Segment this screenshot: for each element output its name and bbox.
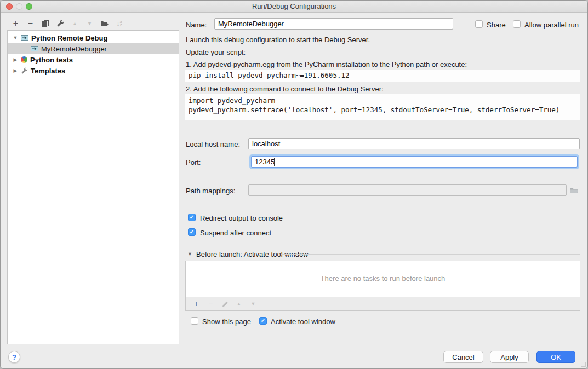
tree-item-label: MyRemoteDebugger: [41, 45, 107, 53]
port-label: Port:: [186, 158, 201, 166]
move-down-icon: ▼: [251, 301, 256, 307]
before-launch-toolbar: + − ▲ ▼: [185, 297, 580, 311]
update-script-text: Update your script:: [186, 48, 246, 56]
local-host-name-label: Local host name:: [186, 140, 240, 148]
browse-path-mappings-button[interactable]: [569, 186, 579, 194]
window-title: Run/Debug Configurations: [1, 2, 587, 10]
before-launch-collapse-icon[interactable]: ▼: [187, 251, 192, 257]
resize-grip[interactable]: [581, 362, 586, 367]
wrench-icon: [56, 20, 64, 27]
path-mappings-field[interactable]: [248, 184, 567, 196]
copy-configuration-button[interactable]: [38, 18, 53, 29]
move-down-icon: ▼: [87, 21, 92, 26]
add-icon: +: [194, 299, 198, 308]
share-checkbox[interactable]: [475, 20, 483, 28]
redirect-output-checkbox[interactable]: ✓: [188, 214, 196, 221]
tree-item-python-remote-debug[interactable]: ▼ Python Remote Debug: [8, 32, 179, 43]
collapsed-twisty-icon[interactable]: ▶: [12, 57, 19, 62]
expanded-twisty-icon[interactable]: ▼: [12, 35, 19, 41]
remove-icon: −: [28, 19, 33, 28]
remote-debug-config-icon: [21, 34, 28, 41]
move-up-button[interactable]: ▲: [67, 18, 82, 29]
move-task-down-button[interactable]: ▼: [246, 298, 260, 309]
tree-item-python-tests[interactable]: ▶ Python tests: [8, 54, 179, 65]
configurations-toolbar: + − ▲ ▼ ↓ az: [8, 18, 127, 29]
python-tests-icon: [21, 56, 27, 63]
tree-item-myremotedebugger[interactable]: MyRemoteDebugger: [8, 43, 179, 54]
run-debug-configurations-dialog: Run/Debug Configurations + − ▲ ▼ ↓ az ▼: [0, 0, 588, 369]
check-icon: ✓: [261, 318, 265, 324]
sort-configurations-button[interactable]: ↓ az: [112, 18, 127, 29]
step2-text: 2. Add the following command to connect …: [186, 85, 384, 93]
suspend-after-connect-label: Suspend after connect: [200, 229, 271, 237]
name-label: Name:: [186, 21, 207, 29]
help-button[interactable]: ?: [8, 351, 20, 363]
show-this-page-checkbox[interactable]: [191, 317, 198, 325]
move-task-up-button[interactable]: ▲: [232, 298, 246, 309]
help-icon: ?: [12, 353, 16, 361]
suspend-after-connect-checkbox[interactable]: ✓: [188, 228, 196, 236]
edit-defaults-button[interactable]: [53, 18, 67, 29]
edit-task-button[interactable]: [218, 298, 232, 309]
path-mappings-label: Path mappings:: [186, 187, 235, 195]
sort-icon: ↓ az: [116, 19, 122, 27]
before-launch-task-list[interactable]: There are no tasks to run before launch: [185, 261, 580, 297]
no-tasks-message: There are no tasks to run before launch: [186, 274, 580, 282]
folder-icon: [569, 186, 579, 194]
collapsed-twisty-icon[interactable]: ▶: [12, 68, 19, 73]
remove-configuration-button[interactable]: −: [23, 18, 38, 29]
check-icon: ✓: [190, 215, 194, 220]
step1-text: 1. Add pydevd-pycharm.egg from the PyCha…: [186, 60, 467, 68]
code-line-import: import pydevd_pycharm: [189, 96, 577, 105]
settrace-code-block: import pydevd_pycharm pydevd_pycharm.set…: [185, 94, 580, 120]
pencil-icon: [221, 301, 229, 308]
new-folder-icon: [100, 20, 109, 27]
check-icon: ✓: [190, 229, 194, 235]
name-input[interactable]: [214, 18, 453, 30]
activate-tool-window-checkbox[interactable]: ✓: [259, 317, 267, 325]
tree-item-label: Python Remote Debug: [31, 34, 107, 42]
remove-icon: −: [208, 299, 213, 308]
local-host-name-input[interactable]: [248, 138, 580, 149]
allow-parallel-run-label: Allow parallel run: [524, 21, 579, 29]
configurations-tree: ▼ Python Remote Debug MyRemoteDebugger ▶…: [7, 30, 179, 344]
move-up-icon: ▲: [72, 21, 77, 26]
move-down-button[interactable]: ▼: [82, 18, 97, 29]
copy-icon: [42, 20, 49, 27]
remove-task-button[interactable]: −: [203, 298, 218, 309]
apply-button[interactable]: Apply: [490, 351, 529, 363]
show-this-page-label: Show this page: [202, 318, 251, 326]
add-task-button[interactable]: +: [189, 298, 203, 309]
text-caret: [274, 158, 275, 166]
tree-item-label: Templates: [31, 67, 65, 75]
add-configuration-button[interactable]: +: [8, 18, 23, 29]
cancel-button[interactable]: Cancel: [443, 351, 483, 363]
code-line-settrace: pydevd_pycharm.settrace('localhost', por…: [189, 105, 577, 114]
tree-item-templates[interactable]: ▶ Templates: [8, 65, 179, 76]
activate-tool-window-label: Activate tool window: [271, 318, 335, 326]
create-folder-button[interactable]: [97, 18, 112, 29]
titlebar: Run/Debug Configurations: [1, 1, 587, 13]
ok-button[interactable]: OK: [536, 351, 575, 363]
templates-wrench-icon: [21, 67, 28, 74]
share-checkbox-label: Share: [487, 21, 506, 29]
port-input[interactable]: [251, 156, 578, 168]
tree-item-label: Python tests: [30, 56, 73, 64]
intro-text: Launch this debug configuration to start…: [186, 36, 370, 44]
remote-debug-config-icon: [31, 45, 38, 52]
pip-command-code: pip install pydevd-pycharm~=191.6605.12: [185, 70, 580, 82]
add-icon: +: [13, 19, 18, 28]
section-divider: [281, 254, 580, 255]
redirect-output-label: Redirect output to console: [200, 214, 283, 222]
move-up-icon: ▲: [237, 301, 242, 307]
allow-parallel-run-checkbox[interactable]: [513, 20, 521, 28]
